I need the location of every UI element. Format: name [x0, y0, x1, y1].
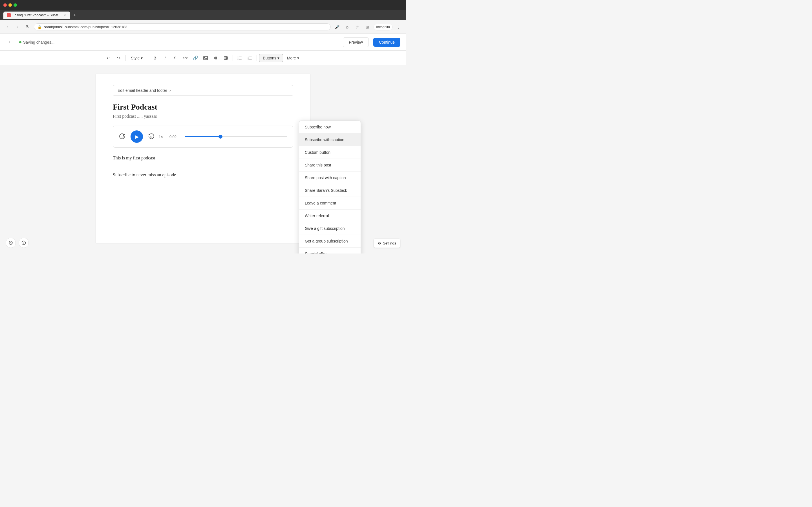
style-label: Style	[131, 56, 140, 60]
svg-text:15: 15	[121, 136, 124, 138]
post-cta[interactable]: Subscribe to never miss an episode	[113, 171, 293, 179]
back-to-dashboard-button[interactable]: ←	[6, 38, 15, 47]
browser-menu-icon[interactable]: ⋮	[395, 23, 403, 31]
menu-item-subscribe-with-caption[interactable]: Subscribe with caption	[299, 133, 361, 146]
browser-chrome: Editing "First Podcast" – Subst... ✕ + ‹…	[0, 0, 406, 34]
menu-item-special-offer[interactable]: Special offer	[299, 247, 361, 253]
audio-progress-thumb[interactable]	[218, 135, 222, 138]
more-dropdown-button[interactable]: More ▾	[284, 54, 302, 62]
toolbar-separator-3	[233, 55, 233, 61]
image-button[interactable]	[201, 54, 210, 62]
svg-text:30: 30	[150, 136, 152, 138]
continue-button[interactable]: Continue	[373, 38, 400, 47]
svg-rect-10	[249, 57, 252, 57]
tab-label: Editing "First Podcast" – Subst...	[12, 13, 61, 17]
saving-status: Saving changes...	[19, 40, 54, 45]
saving-indicator-dot	[19, 41, 21, 43]
preview-button[interactable]: Preview	[343, 38, 369, 47]
tab-close-button[interactable]: ✕	[63, 13, 67, 17]
settings-button[interactable]: ⚙ Settings	[373, 238, 400, 248]
bookmark-icon[interactable]: ☆	[353, 23, 361, 31]
audio-progress-track[interactable]	[185, 136, 287, 137]
tab-favicon	[7, 13, 11, 17]
bold-button[interactable]: B	[150, 54, 159, 62]
back-button[interactable]: ‹	[3, 23, 11, 31]
skip-back-button[interactable]: 15	[119, 133, 126, 140]
bottom-toolbar: i	[6, 238, 29, 248]
menu-item-custom-button[interactable]: Custom button	[299, 146, 361, 159]
menu-item-subscribe-now[interactable]: Subscribe now	[299, 121, 361, 133]
svg-rect-12	[249, 58, 252, 58]
play-button[interactable]: ▶	[131, 130, 143, 143]
code-button[interactable]: </>	[181, 54, 190, 62]
post-subtitle[interactable]: First podcast ..... yasssss	[113, 114, 293, 119]
menu-item-share-this-post[interactable]: Share this post	[299, 159, 361, 171]
more-label: More	[287, 56, 296, 60]
address-text: sarahjonas1.substack.com/publish/post/11…	[44, 25, 327, 29]
maximize-window-button[interactable]	[13, 3, 17, 7]
menu-item-share-post-with-caption[interactable]: Share post with caption	[299, 172, 361, 184]
audio-progress-fill	[185, 136, 220, 137]
editor-toolbar: ↩ ↪ Style ▾ B I S </> 🔗	[0, 51, 406, 65]
post-body[interactable]: This is my first podcast	[113, 154, 293, 162]
toolbar-separator-2	[148, 55, 148, 61]
lock-icon: 🔒	[38, 25, 42, 29]
time-display: 0:02	[169, 135, 181, 139]
editor-paper: Edit email header and footer › First Pod…	[96, 74, 310, 243]
strikethrough-button[interactable]: S	[170, 54, 180, 62]
speed-button[interactable]: 1×	[159, 135, 165, 139]
play-icon: ▶	[135, 134, 139, 139]
edit-email-header-button[interactable]: Edit email header and footer ›	[113, 85, 293, 96]
refresh-button[interactable]: ↻	[24, 23, 32, 31]
bullet-list-button[interactable]	[235, 54, 244, 62]
svg-rect-0	[204, 56, 207, 60]
address-input[interactable]: 🔒 sarahjonas1.substack.com/publish/post/…	[34, 23, 331, 31]
numbered-list-button[interactable]: 1. 2. 3.	[245, 54, 254, 62]
italic-button[interactable]: I	[160, 54, 169, 62]
close-window-button[interactable]	[3, 3, 7, 7]
traffic-lights	[3, 3, 17, 7]
svg-rect-4	[239, 57, 242, 57]
info-button[interactable]: i	[18, 238, 29, 248]
style-chevron-icon: ▾	[141, 56, 143, 60]
edit-header-label: Edit email header and footer	[117, 88, 167, 93]
app-header: ← Saving changes... Preview Continue	[0, 34, 406, 51]
style-dropdown-button[interactable]: Style ▾	[128, 55, 146, 61]
menu-item-give-gift-subscription[interactable]: Give a gift subscription	[299, 222, 361, 235]
buttons-chevron-icon: ▾	[277, 56, 280, 60]
svg-point-5	[238, 57, 239, 58]
address-actions: 🎤 ⊘ ☆ ⊞ Incognito ⋮	[333, 23, 403, 31]
menu-item-share-sarahs-substack[interactable]: Share Sarah's Substack	[299, 184, 361, 196]
menu-item-writer-referral[interactable]: Writer referral	[299, 210, 361, 222]
audio-button[interactable]	[211, 54, 220, 62]
profile-label: Incognito	[376, 25, 390, 29]
minimize-window-button[interactable]	[8, 3, 12, 7]
microphone-icon[interactable]: 🎤	[333, 23, 341, 31]
post-title[interactable]: First Podcast	[113, 103, 293, 112]
svg-rect-6	[239, 58, 242, 58]
profile-button[interactable]: Incognito	[373, 24, 393, 31]
link-button[interactable]: 🔗	[191, 54, 200, 62]
buttons-dropdown-button[interactable]: Buttons ▾	[259, 54, 283, 62]
audio-player: 15 ▶ 30 1× 0:02	[113, 126, 293, 148]
history-button[interactable]	[6, 238, 16, 248]
camera-off-icon[interactable]: ⊘	[343, 23, 351, 31]
svg-point-7	[238, 59, 239, 59]
new-tab-button[interactable]: +	[71, 12, 78, 18]
svg-rect-14	[249, 59, 252, 59]
undo-button[interactable]: ↩	[104, 54, 113, 62]
tab-search-icon[interactable]: ⊞	[363, 23, 371, 31]
settings-label: Settings	[383, 241, 396, 245]
skip-forward-button[interactable]: 30	[147, 133, 155, 140]
forward-button[interactable]: ›	[13, 23, 21, 31]
menu-item-get-group-subscription[interactable]: Get a group subscription	[299, 235, 361, 247]
saving-status-label: Saving changes...	[23, 40, 54, 45]
svg-rect-8	[239, 59, 242, 59]
buttons-label: Buttons	[263, 56, 276, 60]
svg-text:3.: 3.	[248, 58, 249, 60]
active-tab[interactable]: Editing "First Podcast" – Subst... ✕	[3, 11, 70, 19]
menu-item-leave-a-comment[interactable]: Leave a comment	[299, 197, 361, 209]
redo-button[interactable]: ↪	[114, 54, 123, 62]
embed-button[interactable]	[221, 54, 231, 62]
buttons-dropdown-menu: Subscribe now Subscribe with caption Cus…	[299, 121, 361, 253]
